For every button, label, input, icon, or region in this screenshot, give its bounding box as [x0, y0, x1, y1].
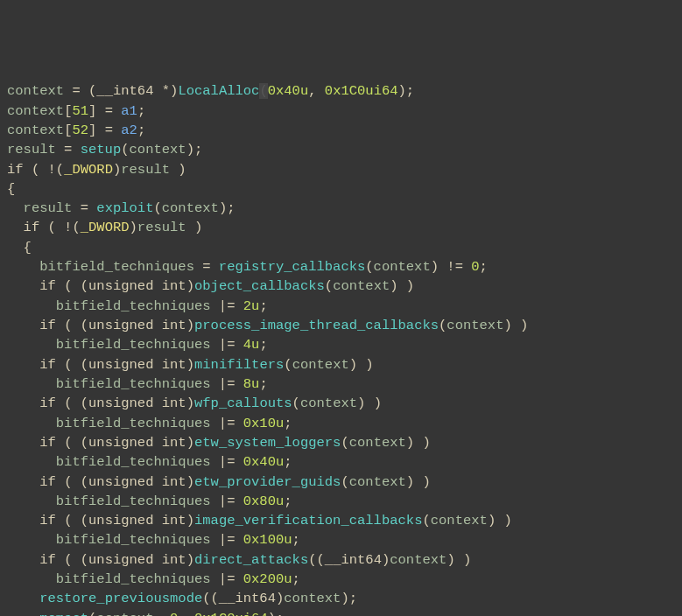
token: ( ( [56, 435, 88, 451]
type-macro: _DWORD [64, 162, 113, 178]
token: ) ) [349, 357, 374, 373]
type: __int64 [325, 552, 382, 568]
code-line: bitfield_techniques |= 0x100u; [7, 530, 675, 550]
token: ) ) [488, 513, 512, 528]
function-call: LocalAlloc [178, 83, 259, 99]
function-call: memset [39, 611, 88, 616]
variable: context [162, 200, 219, 216]
function-call: image_verification_callbacks [194, 513, 422, 528]
variable: context [96, 611, 153, 616]
variable: result [137, 220, 186, 235]
variable: context [7, 83, 64, 99]
code-line: context[51] = a1; [7, 102, 675, 121]
token: ; [137, 103, 145, 119]
variable: result [24, 200, 73, 216]
token: ( ( [56, 552, 88, 568]
code-line: if ( (unsigned int)minifilters(context) … [7, 355, 675, 374]
variable: context [349, 435, 406, 451]
number: 0x200u [243, 571, 292, 587]
token: ; [284, 494, 292, 509]
number: 8u [243, 376, 260, 392]
token: = ( [64, 83, 96, 99]
token: |= [211, 376, 243, 392]
token: ( !( [24, 162, 65, 178]
code-line: if ( (unsigned int)image_verification_ca… [7, 511, 675, 530]
variable: context [292, 357, 349, 373]
code-line: if ( (unsigned int)wfp_callouts(context)… [7, 394, 675, 413]
variable: context [300, 396, 357, 411]
number: 0x100u [243, 532, 292, 548]
number: 0x80u [243, 494, 285, 509]
code-line: context = (__int64 *)LocalAlloc(0x40u, 0… [7, 81, 675, 101]
token: ( [341, 435, 348, 451]
token: ) [113, 162, 121, 178]
token: ) [186, 513, 194, 528]
code-line: if ( (unsigned int)etw_provider_guids(co… [7, 472, 675, 492]
token: ) ) [503, 318, 528, 333]
type-macro: _DWORD [81, 220, 130, 235]
token: ); [186, 142, 203, 158]
code-line: result = exploit(context); [7, 199, 675, 218]
function-call: exploit [96, 200, 153, 216]
token: |= [211, 416, 243, 431]
token: ); [219, 200, 236, 216]
token: ; [292, 571, 300, 587]
token: ; [480, 259, 488, 275]
token: ( [422, 513, 430, 528]
token: ( [88, 611, 96, 616]
decompiler-code-view[interactable]: context = (__int64 *)LocalAlloc(0x40u, 0… [7, 81, 675, 616]
code-line: bitfield_techniques |= 0x80u; [7, 492, 675, 511]
number: 0 [471, 259, 479, 275]
token: ( ( [56, 357, 88, 373]
type: unsigned int [88, 396, 186, 411]
variable: result [7, 142, 56, 158]
token: |= [211, 494, 243, 509]
token: ) [276, 591, 284, 606]
function-call: restore_previousmode [39, 591, 202, 606]
token: |= [211, 532, 243, 548]
token: ( !( [39, 220, 81, 235]
function-call: wfp_callouts [194, 396, 292, 411]
token: (( [202, 591, 219, 606]
keyword: if [39, 357, 56, 373]
function-call: direct_attacks [194, 552, 308, 568]
token: ( [365, 259, 373, 275]
variable: bitfield_techniques [56, 298, 211, 314]
variable: bitfield_techniques [56, 571, 211, 587]
token: |= [211, 454, 243, 470]
token: ); [268, 611, 285, 616]
token: ( ( [56, 513, 88, 528]
token: ; [259, 298, 267, 314]
number: 52 [72, 122, 88, 138]
code-line: if ( (unsigned int)process_image_thread_… [7, 316, 675, 335]
type: unsigned int [88, 278, 186, 294]
variable: context [333, 278, 390, 294]
variable: bitfield_techniques [56, 532, 211, 548]
function-call: etw_provider_guids [194, 474, 341, 490]
number: 0x40u [268, 83, 309, 99]
token: ) ) [406, 435, 431, 451]
token: ) ) [406, 474, 431, 490]
token: ); [398, 83, 415, 99]
keyword: if [39, 396, 56, 411]
token: |= [211, 337, 243, 353]
token: = [56, 142, 81, 158]
token: ( [439, 318, 446, 333]
variable: bitfield_techniques [56, 376, 211, 392]
parameter: a1 [121, 103, 137, 119]
code-line: if ( (unsigned int)etw_system_loggers(co… [7, 433, 675, 452]
code-line: bitfield_techniques |= 2u; [7, 297, 675, 316]
token: ) [130, 220, 137, 235]
function-call: setup [81, 142, 122, 158]
token: ( [153, 200, 161, 216]
token: ) [186, 278, 194, 294]
token: ; [292, 532, 300, 548]
token: ( ( [56, 278, 88, 294]
code-line: result = setup(context); [7, 140, 675, 159]
token: ) [186, 474, 194, 490]
code-line: if ( (unsigned int)object_callbacks(cont… [7, 276, 675, 296]
operator: != [446, 259, 463, 275]
token: ) [170, 162, 186, 178]
token: ( ( [56, 318, 88, 333]
token: ( [284, 357, 292, 373]
